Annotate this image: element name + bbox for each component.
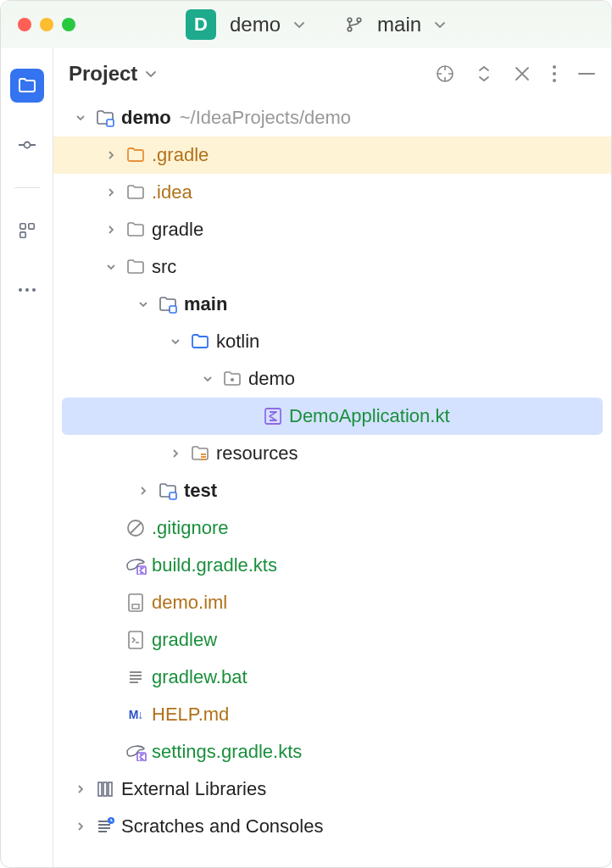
tree-item-label: test [184,480,217,502]
tree-item-label: .gitignore [152,517,229,539]
commit-tool-button[interactable] [10,128,44,162]
gradle-kotlin-icon [125,554,147,576]
tree-item[interactable]: src [53,248,611,286]
scratches-icon [94,815,116,837]
chevron-down-icon[interactable] [292,18,306,31]
tree-item[interactable]: demo [53,360,611,398]
svg-rect-30 [132,604,139,609]
tree-item[interactable]: gradle [53,211,611,248]
svg-point-17 [553,65,556,69]
excluded-folder-icon [125,144,147,166]
select-opened-file-icon[interactable] [435,64,455,84]
svg-point-11 [32,288,36,292]
tree-item-label: demo [121,107,171,129]
collapse-all-icon[interactable] [513,64,531,83]
left-toolbar [1,48,53,867]
titlebar: D demo main [1,1,611,48]
maximize-window-button[interactable] [62,18,75,31]
tree-item-label: gradlew.bat [152,666,248,688]
tree-item[interactable]: External Libraries [53,771,611,808]
project-tree: demo ~/IdeaProjects/demo .gradle .idea [53,99,611,867]
svg-rect-24 [265,409,281,424]
chevron-down-icon[interactable] [103,261,120,273]
window-controls [18,18,75,31]
tree-item-label: Scratches and Consoles [121,815,323,837]
tree-item-label: main [184,293,227,315]
text-file-icon [125,666,147,688]
tree-root[interactable]: demo ~/IdeaProjects/demo [53,99,611,136]
svg-point-0 [348,18,352,22]
chevron-right-icon[interactable] [72,783,89,795]
folder-icon [125,256,147,278]
tree-item-label: gradlew [152,629,217,651]
structure-tool-button[interactable] [10,214,44,248]
chevron-right-icon[interactable] [103,186,120,198]
expand-collapse-icon[interactable] [476,64,492,84]
gitignore-icon [125,517,147,539]
branch-selector[interactable]: main [377,13,421,36]
iml-file-icon [125,592,147,614]
tree-item-selected[interactable]: · DemoApplication.kt [62,398,603,435]
tree-item-label: demo.iml [152,592,227,614]
chevron-right-icon[interactable] [135,485,152,497]
svg-rect-33 [98,782,102,796]
tree-item[interactable]: resources [53,435,611,472]
tree-item-label: resources [216,442,298,465]
hide-panel-icon[interactable] [577,64,596,83]
chevron-down-icon[interactable] [135,298,152,310]
close-window-button[interactable] [18,18,31,31]
chevron-right-icon[interactable] [103,149,120,161]
tree-item[interactable]: kotlin [53,323,611,360]
svg-point-1 [348,27,352,31]
tree-item[interactable]: · M↓ HELP.md [53,696,611,733]
tree-item[interactable]: .gradle [53,136,611,174]
tree-item[interactable]: · gradlew [53,621,611,659]
module-folder-icon [157,293,179,315]
tree-item[interactable]: · build.gradle.kts [53,547,611,584]
svg-rect-21 [107,120,114,126]
minimize-window-button[interactable] [40,18,53,31]
more-options-icon[interactable] [552,64,557,83]
module-folder-icon [94,107,116,129]
project-selector[interactable]: demo [230,13,281,36]
project-tool-button[interactable] [10,69,44,103]
chevron-down-icon[interactable] [167,336,184,348]
tree-item[interactable]: · .gitignore [53,509,611,547]
tree-item[interactable]: · settings.gradle.kts [53,733,611,771]
tree-item[interactable]: test [53,472,611,509]
svg-point-23 [231,378,234,381]
shell-script-icon [125,629,147,651]
tree-item-label: External Libraries [121,778,266,800]
tree-item[interactable]: Scratches and Consoles [53,808,611,845]
tree-item-label: HELP.md [152,704,229,726]
tree-item[interactable]: .idea [53,174,611,211]
chevron-down-icon[interactable] [72,112,89,124]
panel-title[interactable]: Project [69,62,137,86]
svg-rect-8 [19,232,25,237]
folder-icon [125,181,147,203]
tree-item-label: DemoApplication.kt [289,405,450,427]
chevron-down-icon[interactable] [144,67,158,81]
svg-point-18 [553,72,556,75]
tree-item-label: settings.gradle.kts [152,741,302,763]
svg-rect-35 [108,782,112,796]
tree-item-label: .gradle [152,144,209,166]
chevron-down-icon[interactable] [199,373,216,385]
gradle-kotlin-icon [125,741,147,763]
chevron-right-icon[interactable] [167,448,184,459]
libraries-icon [94,778,116,800]
chevron-right-icon[interactable] [103,224,120,236]
tree-item[interactable]: · gradlew.bat [53,659,611,696]
source-folder-icon [189,331,211,353]
package-icon [221,368,243,390]
folder-icon [125,219,147,241]
resources-folder-icon [189,442,211,465]
more-tool-button[interactable] [10,273,44,307]
chevron-down-icon[interactable] [433,18,447,31]
tree-item[interactable]: · demo.iml [53,584,611,621]
project-panel: Project [53,48,611,867]
tree-item-label: .idea [152,181,192,203]
tree-item[interactable]: main [53,286,611,323]
tree-item-path: ~/IdeaProjects/demo [180,107,351,129]
chevron-right-icon[interactable] [72,821,89,832]
